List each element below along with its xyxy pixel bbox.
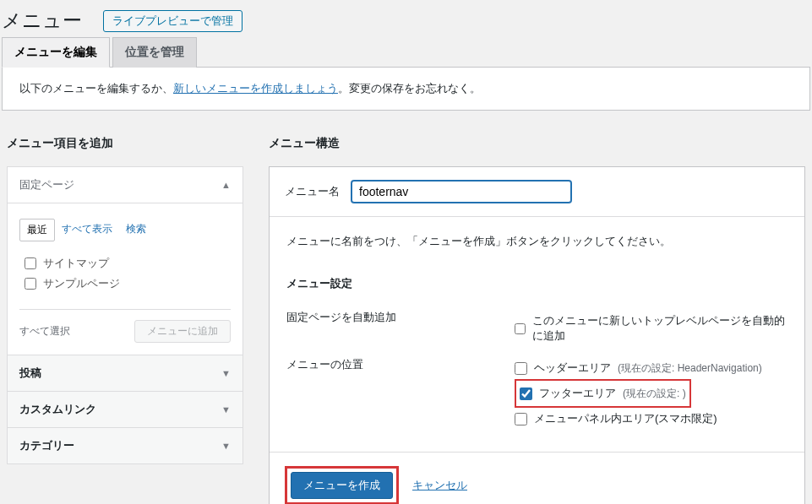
panel-pages-label: 固定ページ xyxy=(19,177,74,192)
location-panel-label: メニューパネル内エリア(スマホ限定) xyxy=(534,411,717,426)
info-message: 以下のメニューを編集するか、新しいメニューを作成しましょう。変更の保存をお忘れな… xyxy=(2,68,810,111)
tab-manage-locations[interactable]: 位置を管理 xyxy=(112,37,197,68)
panel-pages-header[interactable]: 固定ページ ▲ xyxy=(8,167,243,203)
menu-structure-title: メニュー構造 xyxy=(269,136,805,151)
select-all-link[interactable]: すべて選択 xyxy=(19,324,70,339)
subtab-search[interactable]: 検索 xyxy=(119,219,153,241)
menu-location-label: メニューの位置 xyxy=(286,357,515,372)
location-header[interactable]: ヘッダーエリア (現在の設定: HeaderNavigation) xyxy=(515,357,762,379)
panel-custom-links-label: カスタムリンク xyxy=(19,402,96,417)
info-prefix: 以下のメニューを編集するか、 xyxy=(19,82,173,95)
auto-add-label: 固定ページを自動追加 xyxy=(286,310,515,325)
location-panel[interactable]: メニューパネル内エリア(スマホ限定) xyxy=(515,408,762,430)
cancel-link[interactable]: キャンセル xyxy=(412,478,467,493)
location-footer-checkbox[interactable] xyxy=(520,387,532,400)
panel-posts-label: 投稿 xyxy=(19,366,41,381)
tab-edit-menus[interactable]: メニューを編集 xyxy=(2,37,110,68)
location-header-checkbox[interactable] xyxy=(515,362,527,375)
menu-name-input[interactable] xyxy=(352,181,571,203)
page-item-sample[interactable]: サンプルページ xyxy=(25,274,231,294)
panel-categories-label: カテゴリー xyxy=(19,438,74,453)
page-item-sitemap[interactable]: サイトマップ xyxy=(25,253,231,274)
page-label-sitemap: サイトマップ xyxy=(43,256,109,271)
location-footer[interactable]: フッターエリア (現在の設定: ) xyxy=(520,382,686,404)
panel-categories-header[interactable]: カテゴリー ▼ xyxy=(8,427,243,463)
location-footer-note: (現在の設定: ) xyxy=(623,387,686,401)
menu-name-label: メニュー名 xyxy=(285,184,340,199)
subtab-all[interactable]: すべて表示 xyxy=(55,219,119,241)
add-items-title: メニュー項目を追加 xyxy=(7,136,243,151)
page-checkbox-sitemap[interactable] xyxy=(25,257,36,269)
live-preview-button[interactable]: ライブプレビューで管理 xyxy=(103,10,243,32)
auto-add-item[interactable]: このメニューに新しいトップレベルページを自動的に追加 xyxy=(515,310,787,347)
subtab-recent[interactable]: 最近 xyxy=(19,219,55,241)
page-checkbox-sample[interactable] xyxy=(25,278,36,290)
location-panel-checkbox[interactable] xyxy=(515,413,527,425)
create-menu-button[interactable]: メニューを作成 xyxy=(291,472,393,499)
create-new-menu-link[interactable]: 新しいメニューを作成しましょう xyxy=(173,82,338,95)
location-header-note: (現在の設定: HeaderNavigation) xyxy=(618,361,762,376)
caret-up-icon: ▲ xyxy=(221,180,231,190)
auto-add-checkbox[interactable] xyxy=(515,322,526,335)
location-footer-label: フッターエリア xyxy=(539,386,616,401)
location-header-label: ヘッダーエリア xyxy=(534,360,611,376)
panel-posts-header[interactable]: 投稿 ▼ xyxy=(8,355,243,391)
caret-down-icon: ▼ xyxy=(221,441,231,451)
page-label-sample: サンプルページ xyxy=(43,276,120,291)
menu-settings-title: メニュー設定 xyxy=(286,276,787,291)
auto-add-text: このメニューに新しいトップレベルページを自動的に追加 xyxy=(532,313,787,344)
page-title: メニュー xyxy=(2,8,90,34)
add-to-menu-button[interactable]: メニューに追加 xyxy=(134,320,231,343)
menu-instruction: メニューに名前をつけ、「メニューを作成」ボタンをクリックしてください。 xyxy=(286,234,787,249)
info-suffix: 。変更の保存をお忘れなく。 xyxy=(338,82,481,95)
panel-custom-links-header[interactable]: カスタムリンク ▼ xyxy=(8,391,243,427)
create-button-highlight: メニューを作成 xyxy=(285,466,399,504)
caret-down-icon: ▼ xyxy=(221,368,231,378)
location-footer-highlight: フッターエリア (現在の設定: ) xyxy=(515,379,691,408)
caret-down-icon: ▼ xyxy=(221,404,231,415)
